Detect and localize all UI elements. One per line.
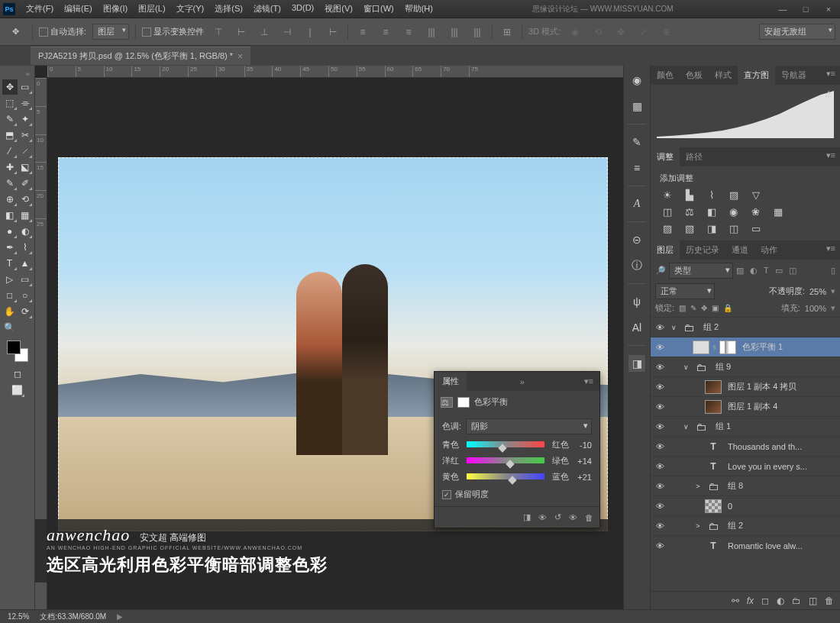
color-swatch[interactable]: [7, 341, 28, 362]
marquee-tool[interactable]: ⬚: [2, 95, 18, 111]
new-group-icon[interactable]: 🗀: [792, 596, 801, 606]
tab-color[interactable]: 颜色: [651, 66, 680, 85]
layer-thumb[interactable]: [705, 499, 722, 513]
menu-3d[interactable]: 3D(D): [287, 2, 318, 16]
menu-edit[interactable]: 编辑(E): [60, 2, 97, 16]
swatches-panel-icon[interactable]: ▦: [628, 98, 645, 115]
lock-pixels-icon[interactable]: ▨: [679, 304, 686, 312]
zoom-tool[interactable]: 🔍: [2, 320, 18, 335]
slider-track[interactable]: [467, 457, 544, 465]
histogram-menu-icon[interactable]: ▾≡: [822, 66, 840, 85]
filter-smart-icon[interactable]: ◫: [789, 266, 796, 276]
brush-presets-icon[interactable]: ≡: [628, 160, 645, 176]
layer-row[interactable]: 👁TThousands and th...: [651, 436, 840, 456]
tab-actions[interactable]: 动作: [754, 240, 783, 260]
character-panel-icon[interactable]: A: [628, 195, 645, 212]
move-tool[interactable]: ✥: [2, 79, 18, 95]
opacity-stepper-icon[interactable]: ▾: [831, 286, 835, 296]
filter-type-icon[interactable]: T: [764, 266, 769, 276]
layer-row[interactable]: 👁>🗀组 2: [651, 515, 840, 535]
visibility-icon[interactable]: 👁: [651, 521, 669, 531]
freeform-pen-tool[interactable]: ⌇: [18, 240, 33, 255]
brush-tool[interactable]: ✎: [2, 176, 18, 191]
invert-icon[interactable]: ▨: [660, 222, 674, 234]
opacity-value[interactable]: 25%: [809, 287, 826, 296]
slider-value[interactable]: -10: [573, 441, 592, 450]
menu-help[interactable]: 帮助(H): [400, 2, 438, 16]
quickmask-tool[interactable]: ◻: [10, 366, 25, 382]
visibility-icon[interactable]: 👁: [651, 462, 669, 471]
rectangle-tool[interactable]: □: [2, 288, 18, 303]
link-icon[interactable]: §: [712, 344, 717, 351]
dist-hcenter-icon[interactable]: |||: [446, 24, 463, 40]
tab-swatches[interactable]: 色板: [680, 66, 709, 85]
blend-mode-dropdown[interactable]: 正常: [655, 283, 715, 299]
tab-styles[interactable]: 样式: [709, 66, 738, 85]
artboard-tool[interactable]: ▭: [18, 79, 33, 95]
direct-select-tool[interactable]: ▷: [2, 272, 18, 287]
visibility-toggle-icon[interactable]: 👁: [569, 513, 577, 522]
channel-mixer-icon[interactable]: ❀: [748, 205, 763, 218]
auto-select-checkbox[interactable]: 自动选择:: [39, 26, 86, 37]
layer-thumb[interactable]: 🗀: [705, 519, 722, 533]
dist-right-icon[interactable]: |||: [469, 24, 486, 40]
filter-shape-icon[interactable]: ▭: [775, 266, 783, 276]
layer-tree[interactable]: 👁∨🗀组 2👁§色彩平衡 1👁∨🗀组 9👁图层 1 副本 4 拷贝👁图层 1 副…: [651, 317, 840, 591]
visibility-icon[interactable]: 👁: [651, 323, 669, 332]
visibility-icon[interactable]: 👁: [651, 541, 669, 550]
photo-filter-icon[interactable]: ◉: [726, 205, 741, 218]
properties-panel-icon[interactable]: ◨: [628, 355, 645, 372]
workspace-dropdown[interactable]: 安超无敌组: [759, 24, 835, 40]
align-left-icon[interactable]: ⊣: [279, 24, 296, 40]
visibility-icon[interactable]: 👁: [651, 363, 669, 372]
quick-select-tool[interactable]: ✎: [2, 111, 18, 127]
layer-name[interactable]: 组 2: [699, 321, 719, 333]
brightness-icon[interactable]: ☀: [660, 189, 674, 201]
layer-name[interactable]: 组 9: [712, 361, 731, 373]
lock-all-icon[interactable]: 🔒: [723, 304, 732, 312]
show-transform-checkbox[interactable]: 显示变换控件: [142, 26, 204, 37]
threshold-icon[interactable]: ◨: [704, 222, 719, 234]
visibility-icon[interactable]: 👁: [651, 402, 669, 412]
slider-track[interactable]: [467, 441, 544, 449]
new-adjustment-icon[interactable]: ◐: [777, 596, 784, 606]
properties-tab[interactable]: 属性: [435, 372, 467, 391]
stamp-tool[interactable]: ⊕: [2, 192, 18, 207]
visibility-icon[interactable]: 👁: [651, 502, 669, 511]
color-lookup-icon[interactable]: ▦: [771, 205, 785, 218]
layer-name[interactable]: 图层 1 副本 4: [724, 401, 777, 412]
layer-name[interactable]: 图层 1 副本 4 拷贝: [724, 381, 796, 392]
layer-row[interactable]: 👁图层 1 副本 4 拷贝: [651, 376, 840, 396]
dist-left-icon[interactable]: |||: [423, 24, 440, 40]
3d-zoom-icon[interactable]: ⊕: [658, 24, 675, 40]
slider-value[interactable]: +21: [573, 473, 592, 482]
tone-dropdown[interactable]: 阴影: [466, 418, 592, 434]
filter-type-dropdown[interactable]: 类型: [669, 263, 733, 279]
type-tool[interactable]: T: [2, 256, 18, 271]
3d-slide-icon[interactable]: ⤢: [635, 24, 652, 40]
blur-tool[interactable]: ●: [2, 224, 18, 239]
maximize-button[interactable]: □: [797, 5, 814, 14]
menu-type[interactable]: 文字(Y): [172, 2, 209, 16]
auto-select-dropdown[interactable]: 图层: [92, 24, 129, 40]
lock-artboard-icon[interactable]: ▣: [712, 304, 719, 312]
shape-tool[interactable]: ▭: [18, 272, 33, 287]
twist-icon[interactable]: >: [693, 483, 703, 490]
close-tab-icon[interactable]: ×: [237, 51, 243, 62]
curves-icon[interactable]: ⌇: [704, 189, 719, 201]
delete-adjustment-icon[interactable]: 🗑: [585, 513, 593, 522]
tool-presets-icon[interactable]: ψ: [628, 293, 645, 310]
brushes-panel-icon[interactable]: ✎: [628, 134, 645, 150]
layer-thumb[interactable]: [705, 400, 722, 414]
menu-file[interactable]: 文件(F): [21, 2, 58, 16]
tab-channels[interactable]: 通道: [725, 240, 754, 260]
properties-menu-icon[interactable]: ▾≡: [578, 373, 599, 389]
info-panel-icon[interactable]: ⓘ: [628, 257, 645, 274]
eraser-tool[interactable]: ◧: [2, 208, 18, 223]
tab-layers[interactable]: 图层: [651, 240, 680, 260]
layer-thumb[interactable]: [705, 380, 722, 394]
filter-pixel-icon[interactable]: ▨: [736, 266, 744, 276]
layer-mask-icon[interactable]: ◻: [761, 596, 769, 606]
3d-orbit-icon[interactable]: ◉: [567, 24, 583, 40]
menu-filter[interactable]: 滤镜(T): [249, 2, 286, 16]
